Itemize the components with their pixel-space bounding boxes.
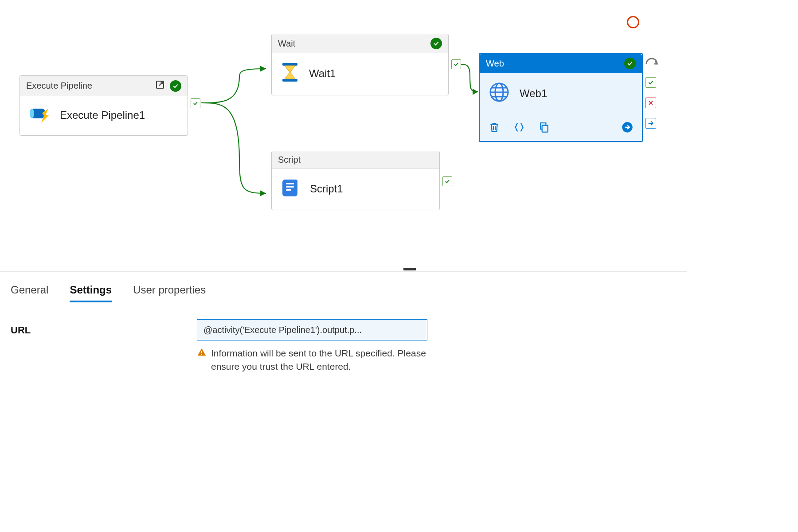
activity-type-label: Web bbox=[486, 59, 504, 69]
deactivate-icon[interactable] bbox=[645, 57, 658, 67]
warning-icon bbox=[197, 348, 207, 357]
hourglass-icon bbox=[281, 62, 299, 85]
status-success-icon bbox=[430, 38, 442, 49]
properties-tabs: General Settings User properties bbox=[11, 284, 206, 302]
activity-name: Execute Pipeline1 bbox=[60, 109, 145, 121]
success-port[interactable] bbox=[451, 59, 461, 69]
url-label: URL bbox=[11, 319, 197, 374]
activity-type-label: Wait bbox=[278, 39, 295, 49]
success-port[interactable] bbox=[191, 98, 200, 108]
settings-form: URL @activity('Execute Pipeline1').outpu… bbox=[11, 319, 427, 374]
activity-name: Script1 bbox=[310, 183, 343, 195]
activity-type-label: Execute Pipeline bbox=[26, 81, 92, 91]
svg-rect-6 bbox=[282, 63, 297, 66]
status-success-icon bbox=[170, 80, 181, 92]
svg-marker-1 bbox=[260, 190, 266, 196]
activity-name: Wait1 bbox=[309, 67, 336, 80]
svg-rect-16 bbox=[201, 354, 202, 355]
failure-handle[interactable] bbox=[645, 98, 656, 108]
code-braces-icon[interactable] bbox=[513, 121, 525, 133]
svg-marker-2 bbox=[473, 89, 478, 95]
svg-rect-8 bbox=[286, 183, 294, 184]
pipeline-canvas[interactable]: Execute Pipeline Execute Pipeline1 bbox=[0, 0, 798, 270]
url-warning: Information will be sent to the URL spec… bbox=[197, 347, 427, 374]
completion-handle[interactable] bbox=[645, 118, 656, 129]
panel-divider[interactable] bbox=[0, 271, 687, 272]
success-handle[interactable] bbox=[645, 77, 656, 88]
activity-web[interactable]: Web Web1 bbox=[479, 53, 643, 142]
svg-rect-15 bbox=[201, 351, 202, 353]
svg-rect-9 bbox=[286, 186, 294, 188]
go-arrow-icon[interactable] bbox=[622, 121, 633, 133]
activity-execute-pipeline[interactable]: Execute Pipeline Execute Pipeline1 bbox=[20, 75, 188, 136]
pipe-icon bbox=[29, 105, 50, 125]
annotation-circle bbox=[627, 16, 639, 28]
activity-wait[interactable]: Wait Wait1 bbox=[271, 34, 449, 95]
tab-user-properties[interactable]: User properties bbox=[133, 284, 206, 302]
svg-marker-0 bbox=[260, 66, 266, 72]
svg-rect-10 bbox=[286, 189, 291, 191]
tab-settings[interactable]: Settings bbox=[70, 284, 112, 302]
activity-name: Web1 bbox=[520, 87, 547, 100]
activity-script[interactable]: Script Script1 bbox=[271, 151, 440, 210]
activity-type-label: Script bbox=[278, 155, 301, 165]
activity-toolbar bbox=[480, 115, 642, 141]
copy-icon[interactable] bbox=[538, 121, 550, 133]
script-icon bbox=[281, 178, 300, 200]
success-port[interactable] bbox=[442, 176, 452, 186]
url-input[interactable]: @activity('Execute Pipeline1').output.p.… bbox=[197, 319, 427, 340]
status-success-icon bbox=[624, 58, 636, 69]
svg-rect-7 bbox=[282, 79, 297, 82]
svg-rect-13 bbox=[542, 125, 548, 132]
delete-icon[interactable] bbox=[489, 121, 500, 133]
splitter-grip[interactable] bbox=[403, 268, 416, 270]
svg-point-5 bbox=[30, 109, 34, 118]
globe-icon bbox=[489, 82, 510, 106]
tab-general[interactable]: General bbox=[11, 284, 48, 302]
open-icon[interactable] bbox=[155, 79, 165, 92]
